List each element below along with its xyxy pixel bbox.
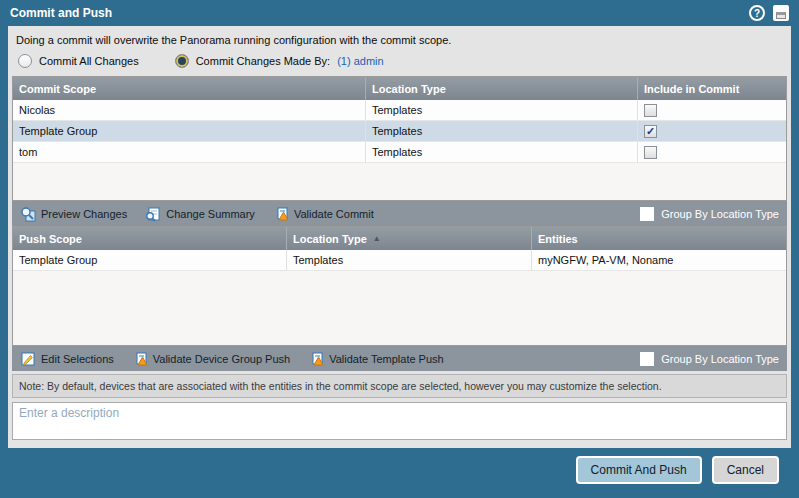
location-type-cell: Templates xyxy=(286,250,531,270)
change-summary-button[interactable]: Change Summary xyxy=(145,206,255,222)
group-by-location-type[interactable]: Group By Location Type xyxy=(640,352,779,366)
preview-changes-button[interactable]: Preview Changes xyxy=(20,206,127,222)
push-table-header: Push Scope Location Type ▲ Entities xyxy=(13,227,786,250)
validate-template-push-button[interactable]: Validate Template Push xyxy=(308,351,444,367)
commit-by-label: Commit Changes Made By: xyxy=(196,55,331,67)
col-include-in-commit[interactable]: Include in Commit xyxy=(637,77,786,100)
dialog-content: Doing a commit will overwrite the Panora… xyxy=(8,26,791,448)
include-in-commit-checkbox[interactable] xyxy=(644,104,657,117)
table-row[interactable]: Template Group Templates xyxy=(13,121,786,142)
commit-toolbar: Preview Changes Change Summary V xyxy=(12,201,787,226)
note-text: Note: By default, devices that are assoc… xyxy=(12,374,787,398)
edit-selections-button[interactable]: Edit Selections xyxy=(20,351,114,367)
validate-device-group-push-button[interactable]: Validate Device Group Push xyxy=(132,351,290,367)
commit-and-push-dialog: Commit and Push ? Doing a commit will ov… xyxy=(0,0,799,498)
push-toolbar: Edit Selections Validate Device Group Pu… xyxy=(12,346,787,371)
description-input[interactable] xyxy=(12,402,787,440)
dialog-title: Commit and Push xyxy=(10,6,112,20)
entities-cell: myNGFW, PA-VM, Noname xyxy=(531,250,786,270)
change-summary-icon xyxy=(145,206,161,222)
validate-icon xyxy=(132,351,148,367)
help-icon[interactable]: ? xyxy=(749,5,765,21)
group-by-location-type-checkbox[interactable] xyxy=(640,207,654,221)
minimize-icon[interactable] xyxy=(773,5,789,21)
commit-by-radio[interactable] xyxy=(175,54,189,68)
sort-asc-icon: ▲ xyxy=(373,234,381,243)
include-in-commit-checkbox[interactable] xyxy=(644,146,657,159)
push-scope-cell: Template Group xyxy=(13,250,286,270)
group-by-location-type-checkbox[interactable] xyxy=(640,352,654,366)
preview-changes-icon xyxy=(20,206,36,222)
admin-changes-link[interactable]: (1) admin xyxy=(337,55,383,67)
commit-table-header: Commit Scope Location Type Include in Co… xyxy=(13,77,786,100)
table-row[interactable]: tom Templates xyxy=(13,142,786,163)
commit-scope-cell: Template Group xyxy=(13,121,365,141)
commit-scope-cell: tom xyxy=(13,142,365,162)
push-table-empty-area xyxy=(13,271,786,345)
group-by-location-type[interactable]: Group By Location Type xyxy=(640,207,779,221)
radio-commit-changes-made-by[interactable]: Commit Changes Made By: (1) admin xyxy=(175,54,384,68)
push-scope-table: Push Scope Location Type ▲ Entities Temp… xyxy=(12,226,787,346)
location-type-cell: Templates xyxy=(365,121,637,141)
location-type-cell: Templates xyxy=(365,100,637,120)
table-row[interactable]: Nicolas Templates xyxy=(13,100,786,121)
radio-commit-all-changes[interactable]: Commit All Changes xyxy=(18,54,139,68)
col-location-type-sorted[interactable]: Location Type ▲ xyxy=(286,227,531,250)
commit-all-label: Commit All Changes xyxy=(39,55,139,67)
cancel-button[interactable]: Cancel xyxy=(712,456,779,484)
col-commit-scope[interactable]: Commit Scope xyxy=(13,77,365,100)
commit-mode-radios: Commit All Changes Commit Changes Made B… xyxy=(12,52,787,76)
validate-commit-button[interactable]: Validate Commit xyxy=(273,206,374,222)
commit-description-text: Doing a commit will overwrite the Panora… xyxy=(12,32,787,52)
col-location-type[interactable]: Location Type xyxy=(365,77,637,100)
validate-icon xyxy=(273,206,289,222)
commit-scope-table: Commit Scope Location Type Include in Co… xyxy=(12,76,787,201)
table-row[interactable]: Template Group Templates myNGFW, PA-VM, … xyxy=(13,250,786,271)
commit-scope-cell: Nicolas xyxy=(13,100,365,120)
dialog-titlebar: Commit and Push ? xyxy=(0,0,799,26)
include-in-commit-checkbox[interactable] xyxy=(644,125,657,138)
dialog-footer: Commit And Push Cancel xyxy=(0,448,799,498)
commit-table-empty-area xyxy=(13,163,786,200)
edit-icon xyxy=(20,351,36,367)
commit-and-push-button[interactable]: Commit And Push xyxy=(576,456,702,484)
col-entities[interactable]: Entities xyxy=(531,227,786,250)
location-type-cell: Templates xyxy=(365,142,637,162)
commit-all-radio[interactable] xyxy=(18,54,32,68)
validate-icon xyxy=(308,351,324,367)
col-push-scope[interactable]: Push Scope xyxy=(13,227,286,250)
